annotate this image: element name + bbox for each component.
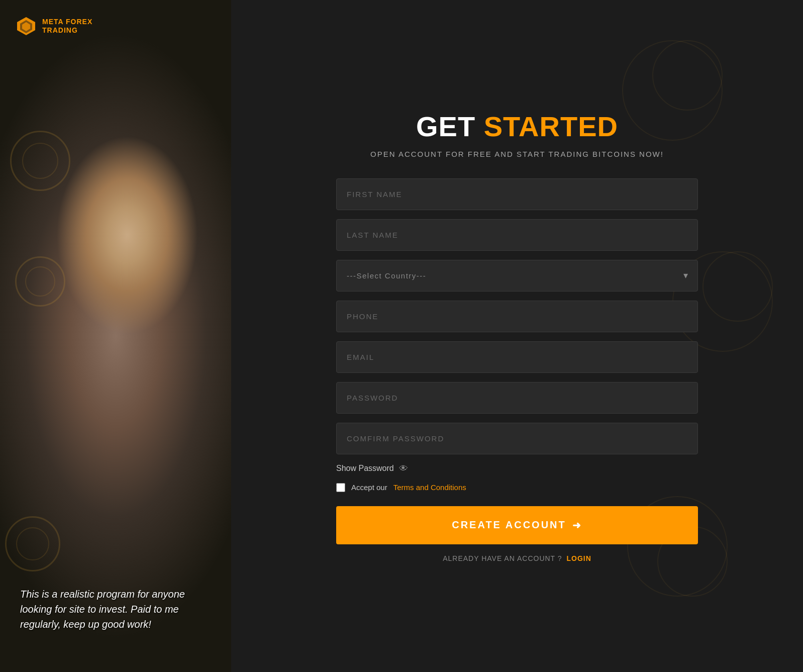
subtitle: OPEN ACCOUNT FOR FREE AND START TRADING … (336, 150, 698, 158)
watermark-3 (5, 516, 60, 571)
left-panel: META FOREX TRADING This is a realistic p… (0, 0, 231, 672)
last-name-input[interactable] (336, 219, 698, 251)
confirm-password-input[interactable] (336, 423, 698, 454)
watermark-2 (15, 256, 65, 307)
last-name-group (336, 219, 698, 251)
country-select[interactable]: ---Select Country--- United States Unite… (336, 260, 698, 292)
tagline-box: This is a realistic program for anyone l… (20, 587, 211, 632)
show-password-label[interactable]: Show Password (336, 464, 394, 473)
first-name-group (336, 178, 698, 210)
create-account-button[interactable]: CREATE ACCOUNT ➜ (336, 506, 698, 544)
form-container: GET STARTED OPEN ACCOUNT FOR FREE AND ST… (336, 110, 698, 562)
tagline-text: This is a realistic program for anyone l… (20, 587, 211, 632)
first-name-input[interactable] (336, 178, 698, 210)
eye-icon[interactable]: 👁 (399, 463, 408, 474)
show-password-row: Show Password 👁 (336, 463, 698, 474)
terms-checkbox[interactable] (336, 483, 345, 492)
email-group (336, 341, 698, 373)
title-started: STARTED (484, 111, 618, 142)
email-input[interactable] (336, 341, 698, 373)
logo-icon (15, 15, 37, 37)
arrow-right-icon: ➜ (572, 519, 582, 531)
confirm-password-group (336, 423, 698, 454)
logo-title-line1: META FOREX (42, 18, 92, 26)
phone-input[interactable] (336, 301, 698, 332)
right-panel: GET STARTED OPEN ACCOUNT FOR FREE AND ST… (231, 0, 803, 672)
password-input[interactable] (336, 382, 698, 414)
wm-right-2b (702, 251, 773, 322)
wm-right-1b (652, 40, 723, 111)
phone-group (336, 301, 698, 332)
main-title: GET STARTED (336, 110, 698, 143)
password-group (336, 382, 698, 414)
login-row: ALREADY HAVE AN ACCOUNT ? LOGIN (336, 554, 698, 562)
already-account-text: ALREADY HAVE AN ACCOUNT ? (443, 554, 562, 562)
logo-area: META FOREX TRADING (15, 15, 92, 37)
title-get: GET (416, 111, 475, 142)
login-link[interactable]: LOGIN (566, 554, 591, 562)
logo-title-line2: TRADING (42, 26, 92, 35)
watermark-1 (10, 131, 70, 191)
country-group: ---Select Country--- United States Unite… (336, 260, 698, 292)
accept-label: Accept our (351, 483, 387, 492)
accept-row: Accept our Terms and Conditions (336, 483, 698, 492)
terms-link[interactable]: Terms and Conditions (393, 483, 466, 492)
logo-text: META FOREX TRADING (42, 18, 92, 35)
create-account-label: CREATE ACCOUNT (452, 519, 566, 531)
